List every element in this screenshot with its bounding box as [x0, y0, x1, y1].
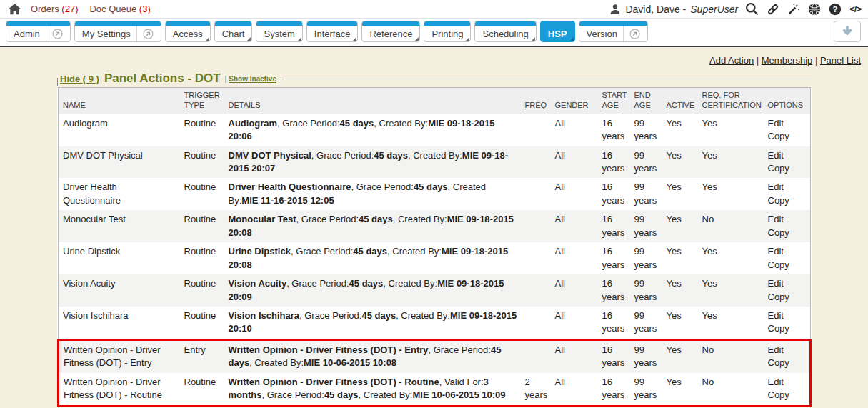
cell-trigger-type: Routine [180, 307, 224, 339]
cell-end-age: 99 years [630, 210, 662, 242]
column-header-link[interactable]: ACTIVE [667, 101, 695, 109]
tab-hsp[interactable]: HSP [540, 21, 575, 42]
column-header: NAME [59, 88, 180, 114]
tab-access[interactable]: Access [165, 21, 211, 42]
copy-link[interactable]: Copy [768, 291, 807, 304]
popout-icon[interactable] [136, 26, 154, 41]
copy-link[interactable]: Copy [768, 357, 807, 369]
copy-link[interactable]: Copy [768, 259, 807, 272]
topbar: Orders (27)Doc Queue (3) David, Dave - S… [0, 0, 868, 19]
cell-details: Vision Acuity, Grace Period:45 days, Cre… [224, 274, 521, 307]
copy-link[interactable]: Copy [768, 322, 807, 335]
copy-link[interactable]: Copy [768, 227, 807, 239]
topbar-icons: ? </> [745, 2, 861, 16]
cell-req-cert: No [698, 373, 764, 406]
link-icon[interactable] [767, 3, 779, 16]
column-header: DETAILS [224, 88, 521, 114]
content-area: Add Action | Membership | Panel List Hid… [0, 47, 868, 408]
tab-my-settings[interactable]: My Settings [74, 21, 161, 42]
edit-link[interactable]: Edit [768, 117, 807, 130]
column-header-link[interactable]: FREQ [525, 101, 547, 109]
column-header-link[interactable]: REQ. FOR CERTIFICATION [702, 91, 762, 109]
cell-active: Yes [662, 210, 698, 242]
add-action-link[interactable]: Add Action [709, 55, 754, 66]
cell-trigger-type: Routine [180, 146, 224, 179]
edit-link[interactable]: Edit [768, 344, 807, 357]
cell-start-age: 16 years [598, 146, 630, 179]
tab-version[interactable]: Version [579, 21, 648, 42]
tab-system[interactable]: System [256, 21, 302, 42]
cell-options: EditCopy [764, 210, 811, 242]
edit-link[interactable]: Edit [768, 213, 807, 226]
column-header-link[interactable]: GENDER [555, 101, 589, 109]
table-header: NAMETRIGGER TYPEDETAILSFREQGENDERSTART A… [59, 88, 811, 114]
cell-start-age: 16 years [598, 274, 630, 307]
column-header-link[interactable]: TRIGGER TYPE [184, 91, 220, 109]
help-icon[interactable]: ? [829, 3, 842, 16]
download-button[interactable] [834, 21, 861, 42]
cell-details: Driver Health Questionnaire, Grace Perio… [224, 178, 521, 210]
search-icon[interactable] [745, 2, 759, 16]
tab-printing[interactable]: Printing [424, 21, 471, 42]
column-header-link[interactable]: NAME [63, 101, 86, 109]
cell-details: Vision Ischihara, Grace Period:45 days, … [224, 307, 521, 339]
copy-link[interactable]: Copy [768, 130, 807, 143]
topbar-link[interactable]: Orders (27) [31, 4, 78, 14]
tab-interface[interactable]: Interface [306, 21, 359, 42]
cell-name: DMV DOT Physical [59, 146, 180, 179]
copy-link[interactable]: Copy [768, 194, 807, 207]
cell-gender: All [551, 274, 598, 307]
cell-start-age: 16 years [598, 307, 630, 339]
cell-options: EditCopy [764, 307, 811, 339]
edit-link[interactable]: Edit [768, 181, 807, 194]
tab-scheduling[interactable]: Scheduling [474, 21, 536, 42]
user-role: SuperUser [690, 4, 738, 15]
home-button[interactable] [9, 4, 21, 15]
cell-active: Yes [662, 339, 698, 372]
tab-label: My Settings [82, 29, 131, 39]
tab-label: Reference [369, 29, 412, 39]
cell-req-cert: No [698, 210, 764, 242]
code-icon[interactable]: </> [849, 4, 861, 14]
cell-active: Yes [662, 178, 698, 210]
cell-start-age: 16 years [598, 114, 630, 146]
cell-end-age: 99 years [630, 307, 662, 339]
column-header-link[interactable]: DETAILS [229, 101, 261, 109]
column-header-link[interactable]: END AGE [634, 91, 651, 109]
globe-icon[interactable] [808, 3, 821, 16]
cell-start-age: 16 years [598, 373, 630, 406]
copy-link[interactable]: Copy [768, 389, 807, 402]
cell-details: Monocular Test, Grace Period:45 days, Cr… [224, 210, 521, 242]
copy-link[interactable]: Copy [768, 162, 807, 175]
topbar-link[interactable]: Doc Queue (3) [89, 4, 150, 14]
cell-name: Monocular Test [59, 210, 180, 242]
popout-icon[interactable] [623, 26, 640, 41]
tab-reference[interactable]: Reference [361, 21, 420, 42]
edit-link[interactable]: Edit [768, 309, 807, 322]
cell-gender: All [551, 146, 598, 179]
edit-link[interactable]: Edit [768, 277, 807, 290]
panel-list-link[interactable]: Panel List [820, 55, 861, 66]
edit-link[interactable]: Edit [768, 245, 807, 258]
cell-req-cert: No [698, 339, 764, 372]
cell-gender: All [551, 242, 598, 274]
edit-link[interactable]: Edit [768, 149, 807, 162]
cell-options: EditCopy [764, 114, 811, 146]
caret-icon [298, 37, 301, 41]
tab-chart[interactable]: Chart [214, 21, 253, 42]
tab-admin[interactable]: Admin [6, 21, 71, 42]
table-row: DMV DOT PhysicalRoutineDMV DOT Physical,… [59, 146, 811, 179]
edit-link[interactable]: Edit [768, 376, 807, 389]
cell-trigger-type: Routine [180, 373, 224, 406]
hide-link[interactable]: Hide ( 9 ) [60, 74, 99, 84]
cell-trigger-type: Routine [180, 242, 224, 274]
membership-link[interactable]: Membership [762, 55, 813, 66]
column-header-link[interactable]: START AGE [602, 91, 627, 109]
table-row: Driver Health QuestionnaireRoutineDriver… [59, 178, 811, 210]
page-title: Panel Actions - DOT [104, 71, 221, 86]
cell-details: DMV DOT Physical, Grace Period:45 days, … [224, 146, 521, 179]
show-inactive-link[interactable]: Show Inactive [229, 75, 276, 83]
wand-icon[interactable] [787, 3, 800, 16]
caret-icon [353, 37, 356, 41]
popout-icon[interactable] [46, 26, 63, 41]
